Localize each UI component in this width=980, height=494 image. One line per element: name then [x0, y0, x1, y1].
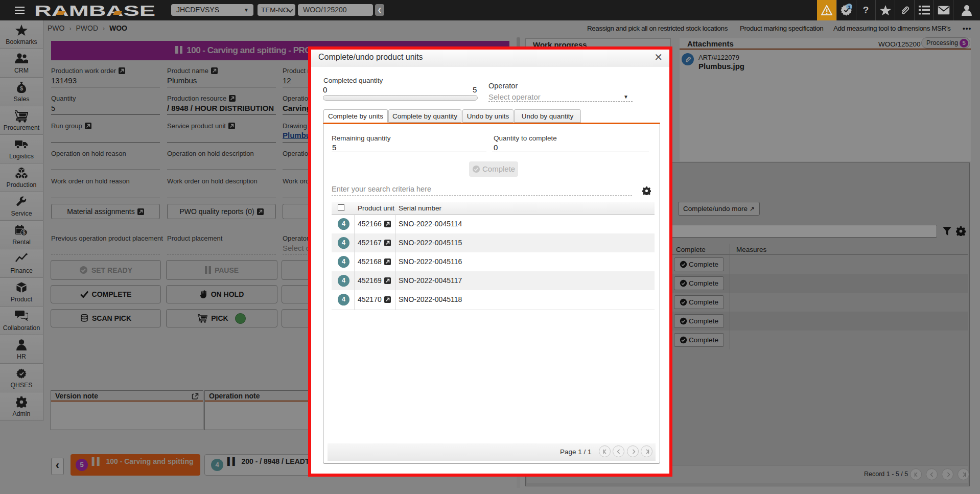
svg-text:RAMBASE: RAMBASE [34, 2, 155, 19]
svg-text:1: 1 [848, 4, 851, 10]
